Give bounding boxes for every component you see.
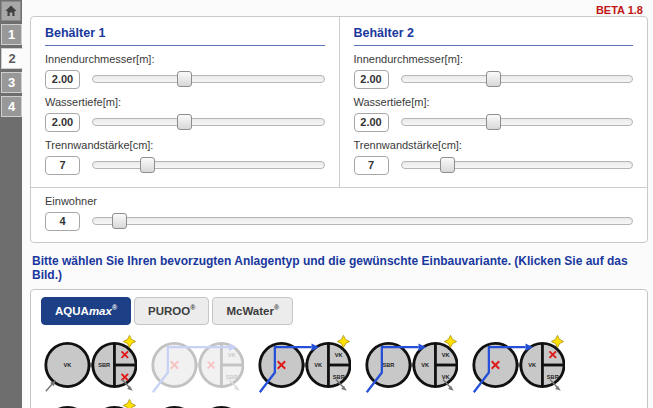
b1-trennwandstaerke-label: Trennwandstärke[cm]: (45, 139, 325, 151)
svg-text:VK: VK (64, 362, 73, 368)
anlagentyp-tabs-widget: AQUAmax® PUROO® McWater® VKSBRVKSBRVKVKS… (30, 289, 648, 408)
b1-wassertiefe-slider[interactable] (92, 118, 325, 126)
svg-text:SBR: SBR (333, 374, 345, 380)
tab-puroo-label: PUROO (148, 305, 190, 317)
svg-text:VK: VK (335, 351, 344, 357)
b2-trennwandstaerke-slider-thumb[interactable] (440, 157, 455, 173)
sidebar-step-2[interactable]: 2 (1, 48, 23, 69)
b2-innendurchmesser-input[interactable] (354, 70, 389, 89)
tab-mcwater[interactable]: McWater® (212, 297, 293, 325)
variant-diagram: VKSBR (150, 334, 244, 396)
sidebar-step-3[interactable]: 3 (1, 72, 22, 93)
variant-diagram: VKVKSBR (257, 334, 351, 396)
b2-innendurchmesser-label: Innendurchmesser[m]: (354, 53, 634, 65)
b1-wassertiefe-input[interactable] (45, 113, 80, 132)
home-icon (4, 4, 18, 18)
tab-puroo[interactable]: PUROO® (134, 297, 209, 325)
svg-text:SBR: SBR (98, 362, 110, 368)
variant-diagram: VKSBR (471, 334, 565, 396)
svg-text:SBR: SBR (226, 374, 238, 380)
b1-trennwandstaerke-slider[interactable] (92, 161, 325, 169)
svg-text:VK: VK (314, 362, 323, 368)
variant-option-6[interactable]: SBRVKVK (43, 398, 137, 408)
einwohner-section: Einwohner (31, 187, 647, 242)
b2-wassertiefe-slider[interactable] (401, 118, 634, 126)
tab-aquamax-label: AQUA (55, 305, 89, 317)
b2-innendurchmesser-slider-thumb[interactable] (486, 71, 501, 87)
variant-diagram: VKVKVKSBR (150, 398, 244, 408)
b1-wassertiefe-slider-thumb[interactable] (177, 114, 192, 130)
b1-innendurchmesser-input[interactable] (45, 70, 80, 89)
variant-diagram: VKSBR (43, 334, 137, 396)
behaelter-2-title: Behälter 2 (354, 26, 634, 46)
selection-prompt: Bitte wählen Sie Ihren bevorzugten Anlag… (32, 254, 646, 282)
variant-diagram: SBRVKVKVK (364, 334, 458, 396)
behaelter-1-column: Behälter 1 Innendurchmesser[m]: Wasserti… (31, 17, 340, 187)
b1-innendurchmesser-slider-thumb[interactable] (177, 71, 192, 87)
b1-wassertiefe-label: Wassertiefe[m]: (45, 96, 325, 108)
b2-innendurchmesser-slider[interactable] (401, 75, 634, 83)
beta-version-label: BETA 1.8 (596, 4, 643, 16)
behaelter-2-column: Behälter 2 Innendurchmesser[m]: Wasserti… (340, 17, 648, 187)
b2-trennwandstaerke-input[interactable] (354, 156, 389, 175)
svg-text:VK: VK (442, 374, 451, 380)
einwohner-input[interactable] (45, 212, 80, 231)
b1-trennwandstaerke-slider-thumb[interactable] (140, 157, 155, 173)
variant-option-1[interactable]: VKSBR (43, 334, 137, 396)
home-button[interactable] (1, 1, 21, 21)
inlet-arrow-icon (46, 380, 56, 391)
b1-innendurchmesser-slider[interactable] (92, 75, 325, 83)
tab-aquamax-sup: ® (112, 304, 117, 311)
preferred-star-icon (123, 399, 135, 408)
sidebar-step-1[interactable]: 1 (1, 24, 22, 45)
svg-text:SBR: SBR (547, 374, 559, 380)
tank-settings-panel: Behälter 1 Innendurchmesser[m]: Wasserti… (30, 16, 648, 243)
variant-option-3[interactable]: VKVKSBR (257, 334, 351, 396)
tab-aquamax[interactable]: AQUAmax® (41, 297, 131, 325)
b2-trennwandstaerke-slider[interactable] (401, 161, 634, 169)
variant-row-2: SBRVKVKVKVKVKSBR (43, 398, 637, 408)
variant-option-2: VKSBR (150, 334, 244, 396)
b1-innendurchmesser-label: Innendurchmesser[m]: (45, 53, 325, 65)
svg-text:VK: VK (228, 351, 237, 357)
variant-row-1: VKSBRVKSBRVKVKSBRSBRVKVKVKVKSBR (43, 334, 637, 396)
b2-trennwandstaerke-label: Trennwandstärke[cm]: (354, 139, 634, 151)
variant-option-5[interactable]: VKSBR (471, 334, 565, 396)
svg-text:VK: VK (421, 362, 430, 368)
variant-option-7[interactable]: VKVKVKSBR (150, 398, 244, 408)
svg-text:VK: VK (442, 351, 451, 357)
b2-wassertiefe-label: Wassertiefe[m]: (354, 96, 634, 108)
b2-wassertiefe-input[interactable] (354, 113, 389, 132)
variant-option-4[interactable]: SBRVKVKVK (364, 334, 458, 396)
sidebar-step-4[interactable]: 4 (1, 96, 22, 117)
tab-mcwater-sup: ® (274, 304, 279, 311)
tab-bar: AQUAmax® PUROO® McWater® (41, 297, 637, 325)
step-sidebar: 1 2 3 4 (0, 0, 22, 408)
variant-diagram: SBRVKVK (43, 398, 137, 408)
tab-mcwater-label: McWater (226, 305, 274, 317)
einwohner-slider-thumb[interactable] (112, 213, 127, 229)
einwohner-label: Einwohner (45, 195, 633, 207)
tab-puroo-sup: ® (190, 304, 195, 311)
tab-aquamax-label-italic: max (89, 305, 112, 317)
svg-text:SBR: SBR (382, 362, 394, 368)
behaelter-1-title: Behälter 1 (45, 26, 325, 46)
b1-trennwandstaerke-input[interactable] (45, 156, 80, 175)
b2-wassertiefe-slider-thumb[interactable] (486, 114, 501, 130)
svg-text:VK: VK (528, 362, 537, 368)
main-content: Behälter 1 Innendurchmesser[m]: Wasserti… (22, 0, 653, 408)
einwohner-slider[interactable] (92, 217, 633, 225)
